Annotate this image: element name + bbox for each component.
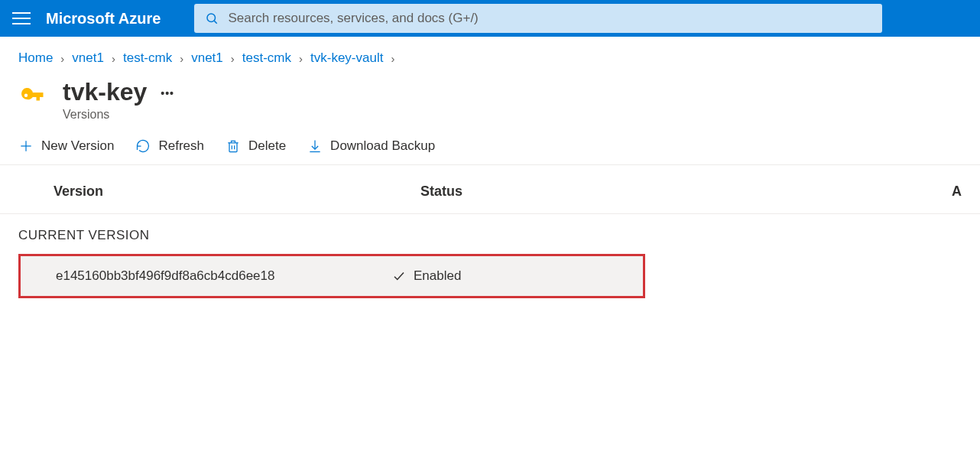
breadcrumb-item[interactable]: vnet1 xyxy=(191,50,223,66)
top-bar: Microsoft Azure xyxy=(0,0,980,37)
search-icon xyxy=(205,11,219,25)
column-header-status[interactable]: Status xyxy=(420,184,787,200)
section-label-current-version: CURRENT VERSION xyxy=(0,214,980,254)
download-icon xyxy=(307,138,323,154)
highlight-annotation: e145160bb3bf496f9df8a6cb4cd6ee18 Enabled xyxy=(18,254,645,298)
version-id-cell: e145160bb3bf496f9df8a6cb4cd6ee18 xyxy=(56,268,392,284)
column-header-version[interactable]: Version xyxy=(54,184,420,200)
new-version-button[interactable]: New Version xyxy=(18,138,114,154)
svg-point-0 xyxy=(207,14,216,22)
chevron-right-icon: › xyxy=(299,52,303,65)
delete-label: Delete xyxy=(248,138,286,154)
check-icon xyxy=(392,269,406,283)
breadcrumb-item[interactable]: Home xyxy=(18,50,53,66)
hamburger-menu-icon[interactable] xyxy=(12,9,31,28)
refresh-label: Refresh xyxy=(158,138,204,154)
refresh-button[interactable]: Refresh xyxy=(135,138,204,154)
breadcrumb: Home › vnet1 › test-cmk › vnet1 › test-c… xyxy=(0,37,980,70)
plus-icon xyxy=(18,138,34,154)
title-block: tvk-key ••• Versions xyxy=(63,78,174,122)
trash-icon xyxy=(226,138,241,154)
page-title: tvk-key ••• xyxy=(63,78,174,106)
chevron-right-icon: › xyxy=(112,52,115,65)
chevron-right-icon: › xyxy=(391,52,394,65)
search-input[interactable] xyxy=(228,11,871,26)
toolbar: New Version Refresh Delete xyxy=(0,135,980,165)
brand-label[interactable]: Microsoft Azure xyxy=(46,10,161,28)
chevron-right-icon: › xyxy=(231,52,235,65)
table-row[interactable]: e145160bb3bf496f9df8a6cb4cd6ee18 Enabled xyxy=(21,256,643,296)
table-header: Version Status A xyxy=(0,184,980,214)
key-icon xyxy=(18,83,47,112)
page-header: tvk-key ••• Versions xyxy=(0,70,980,135)
chevron-right-icon: › xyxy=(60,52,64,65)
more-actions-icon[interactable]: ••• xyxy=(161,87,174,99)
chevron-right-icon: › xyxy=(180,52,183,65)
search-wrap xyxy=(194,4,968,33)
column-header-last[interactable]: A xyxy=(787,184,962,200)
status-label: Enabled xyxy=(414,268,461,284)
breadcrumb-item[interactable]: vnet1 xyxy=(72,50,104,66)
download-backup-label: Download Backup xyxy=(330,138,435,154)
breadcrumb-item[interactable]: test-cmk xyxy=(242,50,291,66)
breadcrumb-item[interactable]: test-cmk xyxy=(123,50,172,66)
page-title-text: tvk-key xyxy=(63,78,147,106)
download-backup-button[interactable]: Download Backup xyxy=(307,138,435,154)
table-area: Version Status A CURRENT VERSION e145160… xyxy=(0,165,980,298)
search-box[interactable] xyxy=(194,4,882,33)
svg-line-1 xyxy=(215,21,217,23)
refresh-icon xyxy=(135,138,151,154)
status-cell: Enabled xyxy=(392,268,461,284)
delete-button[interactable]: Delete xyxy=(226,138,286,154)
breadcrumb-item[interactable]: tvk-key-vault xyxy=(310,50,383,66)
new-version-label: New Version xyxy=(41,138,114,154)
page-subtitle: Versions xyxy=(63,108,174,122)
